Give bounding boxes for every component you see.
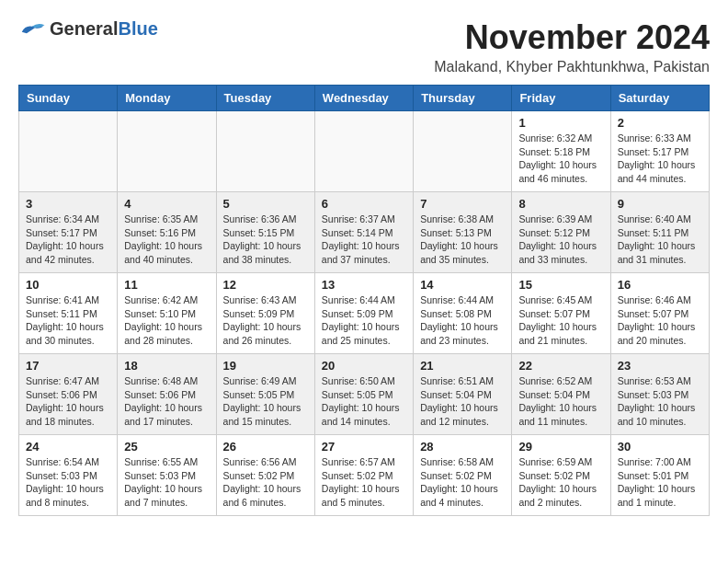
day-info: Sunrise: 6:40 AM Sunset: 5:11 PM Dayligh… (618, 213, 702, 267)
day-info: Sunrise: 6:35 AM Sunset: 5:16 PM Dayligh… (124, 213, 209, 267)
day-info: Sunrise: 6:44 AM Sunset: 5:09 PM Dayligh… (322, 293, 406, 348)
calendar-day-cell: 24Sunrise: 6:54 AM Sunset: 5:03 PM Dayli… (19, 435, 118, 516)
calendar-day-cell: 29Sunrise: 6:59 AM Sunset: 5:02 PM Dayli… (512, 435, 610, 516)
calendar-day-cell: 9Sunrise: 6:40 AM Sunset: 5:11 PM Daylig… (610, 192, 709, 273)
calendar-day-cell: 20Sunrise: 6:50 AM Sunset: 5:05 PM Dayli… (314, 354, 413, 435)
day-number: 15 (518, 278, 603, 292)
logo: GeneralBlue (18, 18, 158, 39)
calendar-day-cell: 25Sunrise: 6:55 AM Sunset: 5:03 PM Dayli… (118, 435, 216, 516)
day-info: Sunrise: 6:37 AM Sunset: 5:14 PM Dayligh… (322, 213, 406, 267)
title-section: November 2024 Malakand, Khyber Pakhtunkh… (434, 18, 710, 75)
logo-blue-text: Blue (118, 18, 157, 39)
header: GeneralBlue November 2024 Malakand, Khyb… (18, 18, 710, 75)
day-number: 26 (223, 440, 308, 454)
calendar-day-cell: 14Sunrise: 6:44 AM Sunset: 5:08 PM Dayli… (414, 273, 512, 354)
calendar-day-cell (19, 111, 118, 192)
day-info: Sunrise: 6:52 AM Sunset: 5:04 PM Dayligh… (518, 374, 603, 429)
calendar-header-wednesday: Wednesday (314, 86, 413, 111)
day-number: 3 (26, 197, 110, 211)
day-number: 19 (223, 359, 308, 373)
calendar-day-cell: 28Sunrise: 6:58 AM Sunset: 5:02 PM Dayli… (414, 435, 512, 516)
calendar-day-cell: 5Sunrise: 6:36 AM Sunset: 5:15 PM Daylig… (216, 192, 314, 273)
calendar-week-row: 24Sunrise: 6:54 AM Sunset: 5:03 PM Dayli… (19, 435, 710, 516)
day-info: Sunrise: 6:44 AM Sunset: 5:08 PM Dayligh… (420, 293, 505, 348)
day-number: 22 (518, 359, 603, 373)
calendar-day-cell: 19Sunrise: 6:49 AM Sunset: 5:05 PM Dayli… (216, 354, 314, 435)
day-info: Sunrise: 6:50 AM Sunset: 5:05 PM Dayligh… (322, 374, 406, 429)
day-info: Sunrise: 6:55 AM Sunset: 5:03 PM Dayligh… (124, 455, 209, 510)
day-number: 20 (322, 359, 406, 373)
day-number: 24 (26, 440, 110, 454)
day-number: 21 (420, 359, 505, 373)
calendar-day-cell: 22Sunrise: 6:52 AM Sunset: 5:04 PM Dayli… (512, 354, 610, 435)
day-number: 25 (124, 440, 209, 454)
calendar-day-cell: 26Sunrise: 6:56 AM Sunset: 5:02 PM Dayli… (216, 435, 314, 516)
day-number: 18 (124, 359, 209, 373)
day-info: Sunrise: 6:34 AM Sunset: 5:17 PM Dayligh… (26, 213, 110, 267)
calendar-header-thursday: Thursday (414, 86, 512, 111)
day-number: 10 (26, 278, 110, 292)
calendar-day-cell: 16Sunrise: 6:46 AM Sunset: 5:07 PM Dayli… (610, 273, 709, 354)
calendar-day-cell (118, 111, 216, 192)
day-info: Sunrise: 6:38 AM Sunset: 5:13 PM Dayligh… (420, 213, 505, 267)
day-info: Sunrise: 7:00 AM Sunset: 5:01 PM Dayligh… (618, 455, 702, 510)
calendar-day-cell: 3Sunrise: 6:34 AM Sunset: 5:17 PM Daylig… (19, 192, 118, 273)
calendar-day-cell: 7Sunrise: 6:38 AM Sunset: 5:13 PM Daylig… (414, 192, 512, 273)
day-info: Sunrise: 6:32 AM Sunset: 5:18 PM Dayligh… (518, 132, 603, 186)
location-subtitle: Malakand, Khyber Pakhtunkhwa, Pakistan (434, 59, 710, 75)
calendar-day-cell (216, 111, 314, 192)
calendar-header-friday: Friday (512, 86, 610, 111)
month-year-title: November 2024 (434, 18, 710, 57)
calendar-header-tuesday: Tuesday (216, 86, 314, 111)
day-number: 29 (518, 440, 603, 454)
calendar-header-sunday: Sunday (19, 86, 118, 111)
day-info: Sunrise: 6:45 AM Sunset: 5:07 PM Dayligh… (518, 293, 603, 348)
calendar-day-cell: 17Sunrise: 6:47 AM Sunset: 5:06 PM Dayli… (19, 354, 118, 435)
calendar-header-saturday: Saturday (610, 86, 709, 111)
day-number: 7 (420, 197, 505, 211)
calendar-week-row: 17Sunrise: 6:47 AM Sunset: 5:06 PM Dayli… (19, 354, 710, 435)
day-number: 6 (322, 197, 406, 211)
day-info: Sunrise: 6:33 AM Sunset: 5:17 PM Dayligh… (618, 132, 702, 186)
day-number: 12 (223, 278, 308, 292)
calendar-day-cell: 6Sunrise: 6:37 AM Sunset: 5:14 PM Daylig… (314, 192, 413, 273)
day-number: 13 (322, 278, 406, 292)
day-info: Sunrise: 6:42 AM Sunset: 5:10 PM Dayligh… (124, 293, 209, 348)
calendar-day-cell: 13Sunrise: 6:44 AM Sunset: 5:09 PM Dayli… (314, 273, 413, 354)
day-number: 23 (618, 359, 702, 373)
calendar-table: SundayMondayTuesdayWednesdayThursdayFrid… (18, 85, 710, 516)
day-info: Sunrise: 6:39 AM Sunset: 5:12 PM Dayligh… (518, 213, 603, 267)
calendar-day-cell: 12Sunrise: 6:43 AM Sunset: 5:09 PM Dayli… (216, 273, 314, 354)
day-number: 28 (420, 440, 505, 454)
day-number: 2 (618, 116, 702, 130)
day-number: 14 (420, 278, 505, 292)
day-number: 27 (322, 440, 406, 454)
day-number: 8 (518, 197, 603, 211)
calendar-day-cell: 30Sunrise: 7:00 AM Sunset: 5:01 PM Dayli… (610, 435, 709, 516)
day-number: 1 (518, 116, 603, 130)
day-info: Sunrise: 6:48 AM Sunset: 5:06 PM Dayligh… (124, 374, 209, 429)
calendar-day-cell (314, 111, 413, 192)
calendar-day-cell: 8Sunrise: 6:39 AM Sunset: 5:12 PM Daylig… (512, 192, 610, 273)
day-number: 9 (618, 197, 702, 211)
day-number: 30 (618, 440, 702, 454)
day-info: Sunrise: 6:47 AM Sunset: 5:06 PM Dayligh… (26, 374, 110, 429)
calendar-week-row: 10Sunrise: 6:41 AM Sunset: 5:11 PM Dayli… (19, 273, 710, 354)
day-number: 17 (26, 359, 110, 373)
day-info: Sunrise: 6:54 AM Sunset: 5:03 PM Dayligh… (26, 455, 110, 510)
calendar-day-cell: 10Sunrise: 6:41 AM Sunset: 5:11 PM Dayli… (19, 273, 118, 354)
day-info: Sunrise: 6:36 AM Sunset: 5:15 PM Dayligh… (223, 213, 308, 267)
calendar-week-row: 3Sunrise: 6:34 AM Sunset: 5:17 PM Daylig… (19, 192, 710, 273)
day-number: 5 (223, 197, 308, 211)
day-info: Sunrise: 6:46 AM Sunset: 5:07 PM Dayligh… (618, 293, 702, 348)
day-info: Sunrise: 6:41 AM Sunset: 5:11 PM Dayligh… (26, 293, 110, 348)
logo-bird-icon (18, 19, 46, 38)
day-info: Sunrise: 6:57 AM Sunset: 5:02 PM Dayligh… (322, 455, 406, 510)
calendar-day-cell: 11Sunrise: 6:42 AM Sunset: 5:10 PM Dayli… (118, 273, 216, 354)
calendar-day-cell: 15Sunrise: 6:45 AM Sunset: 5:07 PM Dayli… (512, 273, 610, 354)
day-info: Sunrise: 6:49 AM Sunset: 5:05 PM Dayligh… (223, 374, 308, 429)
logo-general-text: General (50, 18, 118, 39)
calendar-day-cell: 1Sunrise: 6:32 AM Sunset: 5:18 PM Daylig… (512, 111, 610, 192)
calendar-header-row: SundayMondayTuesdayWednesdayThursdayFrid… (19, 86, 710, 111)
calendar-day-cell: 18Sunrise: 6:48 AM Sunset: 5:06 PM Dayli… (118, 354, 216, 435)
